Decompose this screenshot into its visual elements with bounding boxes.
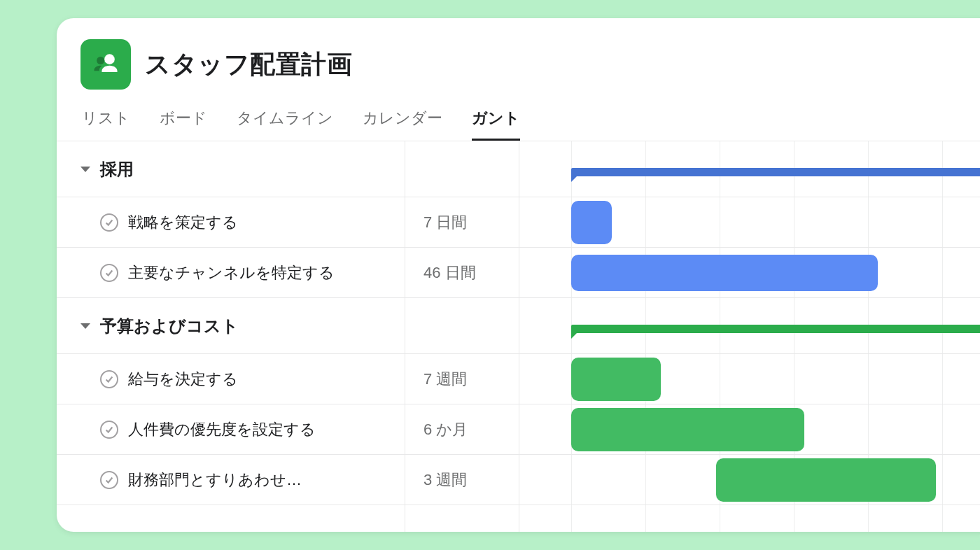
- task-row[interactable]: 人件費の優先度を設定する: [57, 404, 405, 455]
- tab-list[interactable]: リスト: [82, 108, 130, 141]
- task-row[interactable]: 戦略を策定する: [57, 197, 405, 248]
- tab-board[interactable]: ボード: [160, 108, 207, 141]
- duration-cell: 46 日間: [405, 248, 519, 298]
- header: スタッフ配置計画 リスト ボード タイムライン カレンダー ガント: [57, 18, 980, 141]
- view-tabs: リスト ボード タイムライン カレンダー ガント: [80, 108, 976, 141]
- gantt-bar[interactable]: [716, 458, 936, 502]
- duration-cell: 7 日間: [405, 197, 519, 248]
- duration-column: 7 日間 46 日間 7 週間 6 か月 3 週間: [405, 141, 519, 532]
- caret-down-icon: [80, 323, 90, 329]
- check-circle-icon[interactable]: [100, 264, 118, 282]
- section-header-hiring[interactable]: 採用: [57, 141, 405, 197]
- body: 採用 戦略を策定する 主要なチャンネルを特定する 予算およびコスト 給与を決定す…: [57, 141, 980, 532]
- check-circle-icon[interactable]: [100, 471, 118, 489]
- task-row[interactable]: 主要なチャンネルを特定する: [57, 248, 405, 298]
- section-name: 採用: [100, 158, 134, 181]
- task-name: 給与を決定する: [128, 369, 238, 390]
- task-row[interactable]: 給与を決定する: [57, 354, 405, 404]
- task-name-column: 採用 戦略を策定する 主要なチャンネルを特定する 予算およびコスト 給与を決定す…: [57, 141, 405, 532]
- check-circle-icon[interactable]: [100, 421, 118, 439]
- gantt-bar[interactable]: [571, 201, 612, 244]
- app-card: スタッフ配置計画 リスト ボード タイムライン カレンダー ガント 採用 戦略を…: [57, 18, 980, 532]
- section-name: 予算およびコスト: [100, 315, 239, 337]
- gantt-rows: [519, 141, 980, 505]
- duration-cell: 6 か月: [405, 404, 519, 455]
- page-title: スタッフ配置計画: [145, 48, 352, 82]
- section-header-budget[interactable]: 予算およびコスト: [57, 298, 405, 354]
- section-summary-bar[interactable]: [571, 168, 980, 176]
- caret-down-icon: [80, 167, 90, 172]
- task-name: 戦略を策定する: [128, 212, 238, 233]
- people-icon: [90, 49, 121, 80]
- gantt-bar[interactable]: [571, 358, 661, 401]
- gantt-timeline[interactable]: [519, 141, 980, 532]
- check-circle-icon[interactable]: [100, 213, 118, 232]
- tab-calendar[interactable]: カレンダー: [363, 108, 442, 141]
- duration-cell: 3 週間: [405, 455, 519, 505]
- gantt-bar[interactable]: [571, 255, 878, 291]
- task-name: 人件費の優先度を設定する: [128, 419, 316, 440]
- task-name: 財務部門とすりあわせ…: [128, 470, 302, 491]
- task-name: 主要なチャンネルを特定する: [128, 262, 335, 283]
- section-summary-bar[interactable]: [571, 325, 980, 333]
- svg-point-1: [97, 57, 104, 64]
- tab-timeline[interactable]: タイムライン: [237, 108, 333, 141]
- gantt-bar[interactable]: [571, 408, 804, 451]
- svg-point-0: [104, 54, 115, 64]
- duration-cell: [405, 298, 519, 354]
- duration-cell: [405, 141, 519, 197]
- tab-gantt[interactable]: ガント: [472, 108, 520, 141]
- duration-cell: 7 週間: [405, 354, 519, 404]
- title-row: スタッフ配置計画: [80, 39, 976, 90]
- task-row[interactable]: 財務部門とすりあわせ…: [57, 455, 405, 505]
- project-icon[interactable]: [80, 39, 131, 90]
- check-circle-icon[interactable]: [100, 370, 118, 388]
